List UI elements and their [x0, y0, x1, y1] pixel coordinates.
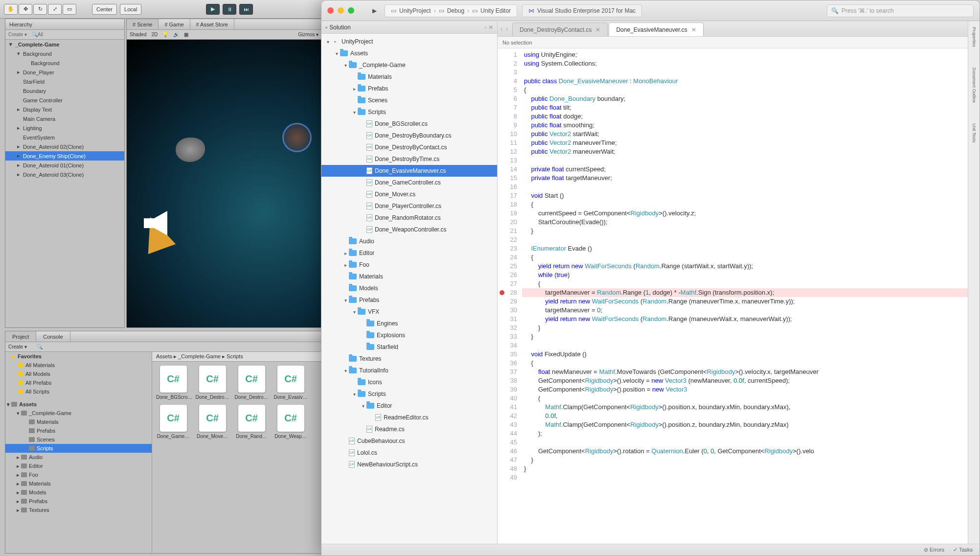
asset-file[interactable]: C#Done_Evasiv… — [273, 366, 308, 400]
scene-tab[interactable]: # Game — [159, 19, 190, 29]
code-editor[interactable]: 1234567891011121314151617181920212223242… — [498, 48, 968, 544]
global-search[interactable]: 🔍 Press '⌘.' to search — [827, 4, 974, 17]
solution-item[interactable]: ▾▫UnityProject — [321, 36, 497, 47]
assets-nav-item[interactable]: ▾_Complete-Game — [5, 409, 152, 417]
hierarchy-item[interactable]: Main Camera — [5, 114, 124, 123]
solution-item[interactable]: c#Lolol.cs — [321, 447, 497, 459]
hierarchy-item[interactable]: ▸Done_Player — [5, 68, 124, 77]
solution-item[interactable]: c#CubeBehaviour.cs — [321, 435, 497, 447]
solution-item[interactable]: Materials — [321, 71, 497, 83]
run-button[interactable]: ▶ — [369, 5, 380, 16]
editor-tab[interactable]: Done_EvasiveManeuver.cs✕ — [609, 23, 703, 36]
assets-nav-item[interactable]: ▸Editor — [5, 462, 152, 470]
asset-file[interactable]: C#Done_Destro… — [234, 366, 269, 400]
solution-item[interactable]: c#Done_DestroyByTime.cs — [321, 153, 497, 165]
solution-item[interactable]: c#Readme.cs — [321, 423, 497, 435]
asset-file[interactable]: C#Done_BGScro… — [156, 366, 190, 400]
enemy-ship-gizmo[interactable] — [282, 123, 312, 152]
rail-pad[interactable]: Properties — [971, 24, 978, 50]
solution-pad-header[interactable]: ▫ Solution▫ ✕ — [321, 21, 497, 34]
config-selector[interactable]: ▭UnityProject› ▭Debug› ▭Unity Editor — [385, 4, 517, 17]
assets-nav-item[interactable]: Materials — [5, 417, 152, 426]
solution-item[interactable]: Icons — [321, 376, 497, 388]
solution-item[interactable]: ▾_Complete-Game — [321, 59, 497, 71]
solution-item[interactable]: ▸Prefabs — [321, 83, 497, 94]
project-tab[interactable]: Project — [5, 331, 36, 342]
breadcrumb[interactable]: Assets ▸ _Complete-Game ▸ Scripts — [152, 352, 321, 362]
assets-nav-item[interactable]: ▸Textures — [5, 506, 152, 514]
nav-forward[interactable]: › — [505, 24, 509, 34]
asset-file[interactable]: C#Done_Destro… — [195, 366, 229, 400]
minimize-window[interactable] — [338, 7, 344, 14]
close-window[interactable] — [327, 7, 334, 14]
asteroid-object[interactable] — [176, 138, 205, 162]
assets-nav-item[interactable]: Scripts — [5, 444, 152, 453]
play-button[interactable]: ▶ — [206, 4, 220, 15]
solution-item[interactable]: ▸Editor — [321, 247, 497, 259]
solution-item[interactable]: c#Done_PlayerController.cs — [321, 200, 497, 212]
solution-item[interactable]: c#Done_WeaponController.cs — [321, 224, 497, 235]
hierarchy-item[interactable]: ▾Background — [5, 49, 124, 58]
solution-item[interactable]: c#Done_RandomRotator.cs — [321, 212, 497, 224]
hierarchy-tab[interactable]: Hierarchy — [5, 19, 124, 30]
maximize-window[interactable] — [348, 7, 354, 14]
solution-item[interactable]: ▾VFX — [321, 306, 497, 318]
assets-nav-item[interactable]: ▸Materials — [5, 479, 152, 488]
local-toggle[interactable]: Local — [120, 4, 141, 15]
solution-item[interactable]: c#Done_DestroyByBoundary.cs — [321, 130, 497, 141]
assets-nav-item[interactable]: ▸Prefabs — [5, 497, 152, 506]
solution-item[interactable]: ▾Assets — [321, 47, 497, 59]
hierarchy-item[interactable]: ▾_Complete-Game — [5, 40, 124, 49]
solution-item[interactable]: Starfield — [321, 341, 497, 353]
asset-file[interactable]: C#Done_Weap… — [273, 405, 308, 439]
console-tab[interactable]: Console — [36, 331, 70, 342]
assets-nav-item[interactable]: Prefabs — [5, 426, 152, 435]
hierarchy-item[interactable]: ▸Done_Asteroid 02(Clone) — [5, 142, 124, 151]
assets-nav-item[interactable]: ▸Models — [5, 488, 152, 497]
rail-pad[interactable]: Unit Tests — [971, 120, 978, 145]
hierarchy-item[interactable]: ▸Lighting — [5, 123, 124, 133]
hierarchy-item[interactable]: ▸Done_Enemy Ship(Clone) — [5, 151, 124, 161]
solution-item[interactable]: Materials — [321, 271, 497, 282]
project-create[interactable]: Create ▾ — [8, 344, 27, 349]
hierarchy-item[interactable]: Game Controller — [5, 95, 124, 105]
favorites-item[interactable]: All Materials — [5, 361, 152, 370]
nav-back[interactable]: ‹ — [500, 24, 504, 34]
center-toggle[interactable]: Center — [92, 4, 117, 15]
solution-item[interactable]: Textures — [321, 353, 497, 365]
rail-pad[interactable]: Document Outline — [971, 65, 978, 106]
breadcrumb-bar[interactable]: No selection — [498, 37, 968, 48]
scene-viewport[interactable] — [127, 40, 321, 327]
solution-item[interactable]: c#NewBehaviourScript.cs — [321, 459, 497, 470]
favorites-item[interactable]: All Scripts — [5, 387, 152, 396]
solution-item[interactable]: ▾Editor — [321, 400, 497, 412]
solution-item[interactable]: c#Done_BGScroller.cs — [321, 118, 497, 130]
hierarchy-item[interactable]: Boundary — [5, 86, 124, 95]
solution-item[interactable]: c#Done_DestroyByContact.cs — [321, 141, 497, 153]
favorites-item[interactable]: All Prefabs — [5, 378, 152, 387]
close-tab-icon[interactable]: ✕ — [595, 26, 600, 33]
2d-toggle[interactable]: 2D — [151, 32, 158, 37]
solution-item[interactable]: c#Done_Mover.cs — [321, 188, 497, 200]
solution-item[interactable]: ▾Scripts — [321, 106, 497, 118]
errors-button[interactable]: ⊘ Errors — [924, 547, 944, 553]
hierarchy-item[interactable]: StarField — [5, 77, 124, 86]
transform-tool-2[interactable]: ↻ — [33, 4, 47, 15]
pause-button[interactable]: ⏸ — [223, 4, 236, 15]
favorites-item[interactable]: All Models — [5, 370, 152, 378]
assets-root[interactable]: ▾Assets — [5, 400, 152, 409]
asset-file[interactable]: C#Done_Game… — [156, 405, 190, 439]
solution-item[interactable]: ▾Prefabs — [321, 294, 497, 306]
scene-tab[interactable]: # Asset Store — [190, 19, 234, 29]
step-button[interactable]: ⏭ — [239, 4, 253, 15]
solution-item[interactable]: ▾TutorialInfo — [321, 365, 497, 376]
hierarchy-item[interactable]: Background — [5, 58, 124, 68]
gizmos-dropdown[interactable]: Gizmos ▾ — [298, 32, 319, 37]
solution-item[interactable]: Audio — [321, 235, 497, 247]
solution-item[interactable]: Models — [321, 282, 497, 294]
close-tab-icon[interactable]: ✕ — [691, 26, 696, 33]
asset-file[interactable]: C#Done_Rand… — [234, 405, 269, 439]
solution-item[interactable]: ▸Foo — [321, 259, 497, 271]
hierarchy-item[interactable]: ▸Done_Asteroid 01(Clone) — [5, 161, 124, 170]
scene-tab[interactable]: # Scene — [127, 19, 159, 29]
